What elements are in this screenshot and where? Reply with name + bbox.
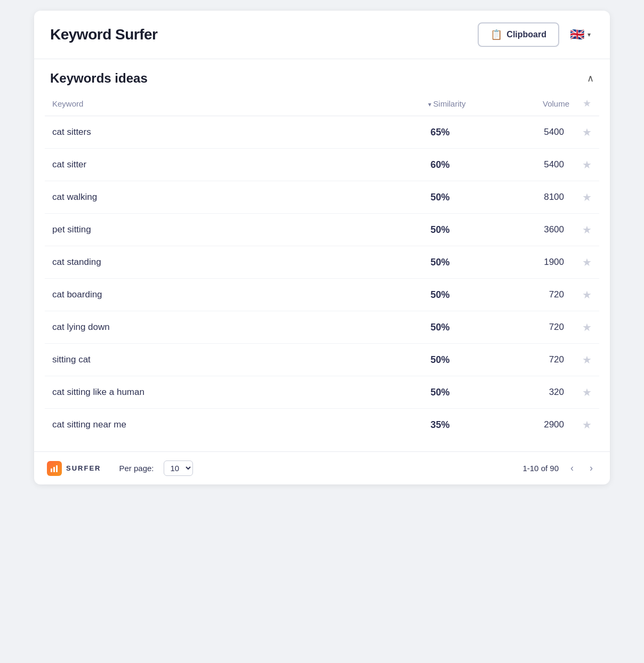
main-card: Keyword Surfer 📋 Clipboard 🇬🇧 ▾ Keywords…: [34, 11, 610, 484]
star-cell[interactable]: ★: [575, 246, 599, 279]
chevron-down-icon: ▾: [587, 31, 591, 38]
app-title: Keyword Surfer: [50, 26, 158, 43]
star-cell[interactable]: ★: [575, 279, 599, 311]
table-row: cat sitter 60% 5400 ★: [45, 149, 599, 181]
table-row: cat walking 50% 8100 ★: [45, 181, 599, 214]
keyword-cell: cat sitter: [45, 149, 341, 181]
volume-cell: 5400: [465, 116, 575, 149]
col-similarity[interactable]: ▾Similarity: [341, 91, 465, 116]
flag-icon: 🇬🇧: [570, 28, 584, 42]
star-cell[interactable]: ★: [575, 311, 599, 344]
section-title: Keywords ideas: [50, 71, 148, 86]
table-row: sitting cat 50% 720 ★: [45, 344, 599, 376]
col-volume: Volume: [465, 91, 575, 116]
star-icon[interactable]: ★: [582, 289, 592, 301]
volume-cell: 720: [465, 279, 575, 311]
collapse-button[interactable]: ∧: [587, 72, 594, 84]
volume-cell: 1900: [465, 246, 575, 279]
star-cell[interactable]: ★: [575, 376, 599, 409]
surfer-text: SURFER: [66, 464, 101, 472]
volume-cell: 3600: [465, 214, 575, 246]
language-selector[interactable]: 🇬🇧 ▾: [567, 26, 594, 44]
keyword-cell: cat boarding: [45, 279, 341, 311]
star-cell[interactable]: ★: [575, 116, 599, 149]
star-header-icon: ★: [583, 98, 591, 109]
per-page-select[interactable]: 102550: [164, 460, 193, 476]
star-icon[interactable]: ★: [582, 126, 592, 138]
keyword-cell: cat sitters: [45, 116, 341, 149]
star-icon[interactable]: ★: [582, 321, 592, 333]
volume-cell: 2900: [465, 409, 575, 441]
surfer-logo-icon: [47, 461, 62, 476]
keyword-cell: cat lying down: [45, 311, 341, 344]
clipboard-icon: 📋: [490, 29, 502, 41]
star-cell[interactable]: ★: [575, 149, 599, 181]
col-star[interactable]: ★: [575, 91, 599, 116]
footer: SURFER Per page: 102550 1-10 of 90 ‹ ›: [34, 451, 610, 484]
star-cell[interactable]: ★: [575, 181, 599, 214]
table-row: cat lying down 50% 720 ★: [45, 311, 599, 344]
similarity-cell: 50%: [341, 181, 465, 214]
star-cell[interactable]: ★: [575, 214, 599, 246]
table-row: cat sitters 65% 5400 ★: [45, 116, 599, 149]
footer-right: 1-10 of 90 ‹ ›: [522, 460, 597, 476]
similarity-cell: 50%: [341, 376, 465, 409]
footer-left: SURFER Per page: 102550: [47, 460, 193, 476]
header-actions: 📋 Clipboard 🇬🇧 ▾: [478, 22, 594, 47]
similarity-cell: 50%: [341, 246, 465, 279]
volume-cell: 5400: [465, 149, 575, 181]
table-row: pet sitting 50% 3600 ★: [45, 214, 599, 246]
header: Keyword Surfer 📋 Clipboard 🇬🇧 ▾: [34, 11, 610, 59]
volume-cell: 320: [465, 376, 575, 409]
similarity-cell: 50%: [341, 344, 465, 376]
keyword-cell: pet sitting: [45, 214, 341, 246]
per-page-label: Per page:: [119, 464, 154, 473]
star-icon[interactable]: ★: [582, 354, 592, 366]
similarity-cell: 60%: [341, 149, 465, 181]
section-header: Keywords ideas ∧: [34, 59, 610, 91]
star-cell[interactable]: ★: [575, 344, 599, 376]
keyword-cell: cat sitting like a human: [45, 376, 341, 409]
pagination-text: 1-10 of 90: [522, 464, 559, 473]
clipboard-button[interactable]: 📋 Clipboard: [478, 22, 559, 47]
prev-page-button[interactable]: ‹: [566, 460, 578, 476]
keyword-cell: cat sitting near me: [45, 409, 341, 441]
chevron-up-icon: ∧: [587, 73, 594, 84]
star-icon[interactable]: ★: [582, 256, 592, 268]
svg-rect-0: [51, 468, 52, 472]
sort-icon: ▾: [428, 101, 431, 108]
chevron-right-icon: ›: [590, 463, 593, 473]
table-row: cat sitting like a human 50% 320 ★: [45, 376, 599, 409]
volume-cell: 720: [465, 344, 575, 376]
similarity-cell: 65%: [341, 116, 465, 149]
surfer-logo: SURFER: [47, 461, 101, 476]
similarity-cell: 50%: [341, 214, 465, 246]
volume-cell: 720: [465, 311, 575, 344]
keywords-table-container: Keyword ▾Similarity Volume ★ cat sitters…: [34, 91, 610, 451]
keyword-cell: sitting cat: [45, 344, 341, 376]
keywords-table: Keyword ▾Similarity Volume ★ cat sitters…: [45, 91, 599, 441]
volume-cell: 8100: [465, 181, 575, 214]
star-cell[interactable]: ★: [575, 409, 599, 441]
star-icon[interactable]: ★: [582, 224, 592, 236]
table-row: cat sitting near me 35% 2900 ★: [45, 409, 599, 441]
star-icon[interactable]: ★: [582, 159, 592, 171]
table-row: cat standing 50% 1900 ★: [45, 246, 599, 279]
chevron-left-icon: ‹: [570, 463, 574, 473]
keyword-cell: cat standing: [45, 246, 341, 279]
next-page-button[interactable]: ›: [585, 460, 597, 476]
col-keyword: Keyword: [45, 91, 341, 116]
svg-rect-1: [53, 467, 55, 472]
clipboard-label: Clipboard: [506, 30, 546, 39]
star-icon[interactable]: ★: [582, 386, 592, 398]
similarity-cell: 50%: [341, 311, 465, 344]
svg-rect-2: [56, 465, 58, 472]
similarity-cell: 35%: [341, 409, 465, 441]
star-icon[interactable]: ★: [582, 419, 592, 431]
similarity-cell: 50%: [341, 279, 465, 311]
keyword-cell: cat walking: [45, 181, 341, 214]
star-icon[interactable]: ★: [582, 191, 592, 203]
table-row: cat boarding 50% 720 ★: [45, 279, 599, 311]
